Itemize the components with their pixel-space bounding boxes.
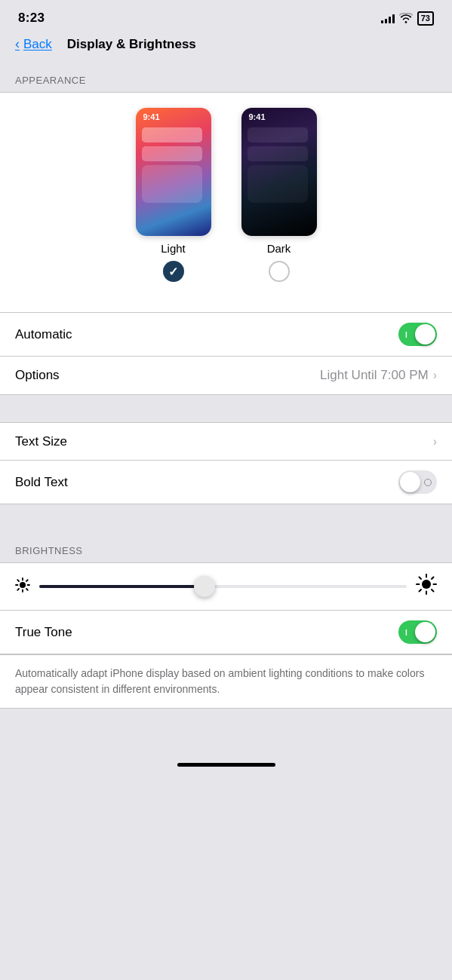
brightness-slider-thumb[interactable] bbox=[194, 576, 215, 597]
mode-options: 9:41 Light ✓ bbox=[136, 108, 317, 282]
true-tone-toggle[interactable]: I bbox=[398, 620, 437, 644]
automatic-toggle[interactable]: I bbox=[398, 323, 437, 346]
dark-mode-label: Dark bbox=[267, 242, 291, 255]
svg-line-14 bbox=[420, 577, 422, 580]
light-checkmark-icon: ✓ bbox=[168, 265, 178, 279]
toggle-off-indicator bbox=[424, 479, 432, 486]
section-gap-2 bbox=[0, 504, 452, 531]
sun-small-icon bbox=[15, 577, 30, 596]
dark-preview-time: 9:41 bbox=[241, 108, 317, 123]
svg-line-8 bbox=[17, 589, 19, 590]
dark-mode-option[interactable]: 9:41 Dark bbox=[241, 108, 317, 282]
back-button[interactable]: ‹ Back bbox=[15, 36, 52, 52]
home-indicator bbox=[0, 754, 452, 773]
appearance-section: 9:41 Light ✓ bbox=[0, 92, 452, 395]
bold-text-toggle[interactable] bbox=[398, 470, 437, 494]
signal-icon bbox=[381, 13, 395, 23]
light-mode-radio[interactable]: ✓ bbox=[163, 261, 184, 282]
page-title: Display & Brightness bbox=[67, 37, 196, 52]
svg-line-6 bbox=[26, 589, 28, 590]
options-row[interactable]: Options Light Until 7:00 PM › bbox=[0, 357, 452, 394]
text-size-label: Text Size bbox=[15, 434, 67, 449]
status-bar: 8:23 73 bbox=[0, 0, 452, 30]
appearance-section-header: APPEARANCE bbox=[0, 61, 452, 92]
svg-line-16 bbox=[432, 577, 434, 580]
text-size-chevron-icon: › bbox=[433, 435, 437, 449]
sun-large-icon bbox=[416, 574, 437, 599]
automatic-row: Automatic I bbox=[0, 312, 452, 357]
automatic-toggle-knob bbox=[415, 324, 435, 345]
true-tone-description: Automatically adapt iPhone display based… bbox=[0, 654, 452, 708]
bottom-spacer bbox=[0, 709, 452, 754]
true-tone-row: True Tone I bbox=[0, 611, 452, 654]
light-mode-label: Light bbox=[161, 242, 186, 255]
brightness-section: True Tone I Automatically adapt iPhone d… bbox=[0, 562, 452, 709]
battery-indicator: 73 bbox=[417, 11, 434, 26]
light-mode-preview: 9:41 bbox=[136, 108, 211, 236]
appearance-card: 9:41 Light ✓ bbox=[0, 93, 452, 312]
svg-line-7 bbox=[26, 580, 28, 581]
dark-mode-radio[interactable] bbox=[269, 261, 290, 282]
options-label: Options bbox=[15, 368, 60, 383]
status-time: 8:23 bbox=[18, 11, 45, 26]
bold-text-toggle-knob bbox=[400, 472, 420, 492]
automatic-label: Automatic bbox=[15, 327, 72, 342]
section-gap-1 bbox=[0, 395, 452, 422]
true-tone-toggle-indicator: I bbox=[405, 628, 407, 636]
true-tone-label: True Tone bbox=[15, 625, 72, 640]
brightness-section-header: BRIGHTNESS bbox=[0, 531, 452, 562]
options-value-container: Light Until 7:00 PM › bbox=[320, 368, 437, 383]
options-value: Light Until 7:00 PM bbox=[320, 368, 429, 383]
toggle-on-indicator: I bbox=[405, 330, 407, 338]
back-chevron-icon: ‹ bbox=[15, 36, 20, 52]
light-mode-option[interactable]: 9:41 Light ✓ bbox=[136, 108, 211, 282]
svg-line-15 bbox=[432, 590, 434, 592]
brightness-slider-fill bbox=[39, 585, 204, 588]
options-chevron-icon: › bbox=[433, 369, 437, 382]
status-icons: 73 bbox=[381, 11, 434, 26]
svg-point-9 bbox=[422, 580, 431, 589]
text-size-value: › bbox=[433, 435, 437, 449]
battery-level: 73 bbox=[417, 11, 434, 26]
light-preview-time: 9:41 bbox=[136, 108, 211, 123]
svg-point-0 bbox=[20, 582, 26, 588]
text-size-row[interactable]: Text Size › bbox=[0, 423, 452, 461]
display-section: Text Size › Bold Text bbox=[0, 422, 452, 504]
bold-text-row: Bold Text bbox=[0, 461, 452, 504]
dark-mode-preview: 9:41 bbox=[241, 108, 317, 236]
brightness-slider-track[interactable] bbox=[39, 585, 407, 588]
true-tone-toggle-knob bbox=[415, 622, 435, 642]
brightness-slider-row bbox=[0, 563, 452, 611]
bold-text-label: Bold Text bbox=[15, 475, 68, 490]
svg-line-17 bbox=[420, 590, 422, 592]
nav-bar: ‹ Back Display & Brightness bbox=[0, 30, 452, 61]
home-bar bbox=[177, 763, 275, 767]
wifi-icon bbox=[399, 13, 413, 23]
back-label[interactable]: Back bbox=[23, 37, 52, 52]
svg-line-5 bbox=[17, 580, 19, 581]
